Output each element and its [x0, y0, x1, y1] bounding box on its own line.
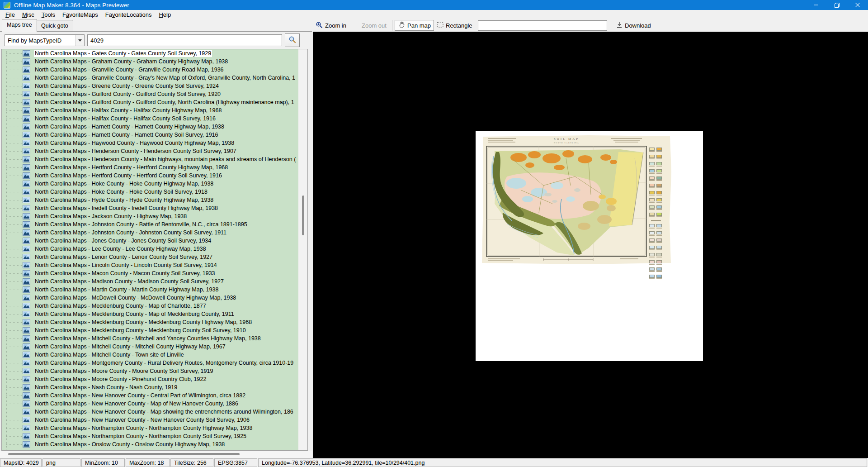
tree-item[interactable]: North Carolina Maps - Madison County - M…	[2, 277, 307, 286]
menu-item-tools[interactable]: Tools	[38, 10, 59, 19]
legend-swatch	[649, 260, 655, 265]
tree-item[interactable]: North Carolina Maps - Mitchell County - …	[2, 343, 307, 351]
toolbar-input[interactable]	[478, 20, 607, 31]
horizontal-scrollbar[interactable]	[0, 451, 312, 458]
tree-item-label: North Carolina Maps - Jackson County - H…	[34, 213, 188, 220]
tree-item-label: North Carolina Maps - Macon County - Mac…	[34, 270, 216, 277]
legend-swatch	[656, 184, 662, 188]
tree-item[interactable]: North Carolina Maps - New Hanover County…	[2, 400, 307, 408]
menu-item-favoritemaps[interactable]: FavoriteMaps	[59, 10, 102, 19]
tree-item[interactable]: North Carolina Maps - Granville County -…	[2, 66, 307, 74]
tree-item-label: North Carolina Maps - Martin County - Ma…	[34, 286, 219, 293]
horizontal-scrollbar-thumb[interactable]	[8, 453, 240, 455]
tree-item[interactable]: North Carolina Maps - Macon County - Mac…	[2, 269, 307, 277]
tree-item[interactable]: North Carolina Maps - Northampton County…	[2, 432, 307, 440]
tree-item[interactable]: North Carolina Maps - Jones County - Jon…	[2, 237, 307, 245]
tree-item[interactable]: North Carolina Maps - New Hanover County…	[2, 408, 307, 416]
tree-item[interactable]: North Carolina Maps - Mitchell County - …	[2, 334, 307, 343]
legend-swatch	[656, 169, 662, 174]
tree-item[interactable]: North Carolina Maps - Harnett County - H…	[2, 123, 307, 131]
search-button[interactable]	[285, 33, 300, 47]
tree-item[interactable]: North Carolina Maps - Montgomery County …	[2, 359, 307, 367]
tab-maps-tree[interactable]: Maps tree	[2, 19, 37, 32]
tree-item[interactable]: North Carolina Maps - Henderson County -…	[2, 147, 307, 155]
tree-item[interactable]: North Carolina Maps - Hoke County - Hoke…	[2, 180, 307, 188]
map-preview-page[interactable]: SOIL MAP NORTH CAROLINA	[476, 131, 703, 361]
legend-swatch	[656, 253, 662, 257]
tree-guide	[6, 412, 22, 412]
legend-row	[649, 191, 663, 195]
tree-item[interactable]: North Carolina Maps - Gates County - Gat…	[2, 49, 307, 57]
tree-item[interactable]: North Carolina Maps - Nash County - Nash…	[2, 383, 307, 391]
status-segment: MinZoom: 10	[81, 458, 125, 467]
app-window: Offline Map Maker 8.364 - Maps Previewer…	[0, 0, 868, 467]
find-by-combobox[interactable]: Find by MapsTypeID	[5, 34, 85, 46]
zoom-in-button[interactable]: Zoom in	[316, 20, 346, 31]
vertical-scrollbar-thumb[interactable]	[302, 195, 304, 235]
tree-item[interactable]: North Carolina Maps - New Hanover County…	[2, 391, 307, 400]
menu-item-file[interactable]: File	[2, 10, 19, 19]
app-icon	[4, 2, 10, 9]
tree-item[interactable]: North Carolina Maps - New Hanover County…	[2, 416, 307, 424]
tree-item-label: North Carolina Maps - Iredell County - I…	[34, 205, 219, 212]
tree-item[interactable]: North Carolina Maps - Hertford County - …	[2, 163, 307, 172]
tree-guide	[6, 216, 22, 217]
minimize-button[interactable]	[806, 0, 826, 10]
rectangle-button[interactable]: Rectangle	[437, 20, 472, 31]
tree-item[interactable]: North Carolina Maps - Martin County - Ma…	[2, 286, 307, 294]
chevron-down-icon[interactable]	[75, 35, 84, 46]
status-segment: EPSG:3857	[214, 458, 257, 467]
tree-item[interactable]: North Carolina Maps - Mecklenburg County…	[2, 326, 307, 334]
tree-item[interactable]: North Carolina Maps - Harnett County - H…	[2, 131, 307, 139]
menu-item-misc[interactable]: Misc	[19, 10, 38, 19]
tree-item[interactable]: North Carolina Maps - Henderson County -…	[2, 155, 307, 163]
tree-item-label: North Carolina Maps - Moore County - Moo…	[34, 367, 214, 375]
tree-guide	[6, 396, 22, 396]
tree-item[interactable]: North Carolina Maps - Mecklenburg County…	[2, 310, 307, 318]
tree-item[interactable]: North Carolina Maps - Halifax County - H…	[2, 114, 307, 123]
tree-item[interactable]: North Carolina Maps - Onslow County - On…	[2, 440, 307, 448]
tree-item-label: North Carolina Maps - Hoke County - Hoke…	[34, 180, 214, 187]
map-viewport[interactable]: SOIL MAP NORTH CAROLINA	[313, 32, 868, 458]
title-bar[interactable]: Offline Map Maker 8.364 - Maps Previewer	[0, 0, 868, 10]
tree-item[interactable]: North Carolina Maps - Graham County - Gr…	[2, 57, 307, 66]
menu-item-favoritelocations[interactable]: FavoriteLocations	[102, 10, 156, 19]
tree-item[interactable]: North Carolina Maps - Iredell County - I…	[2, 204, 307, 212]
tree-item[interactable]: North Carolina Maps - Mecklenburg County…	[2, 302, 307, 310]
tree-item[interactable]: North Carolina Maps - Lee County - Lee C…	[2, 245, 307, 253]
menu-item-help[interactable]: Help	[155, 10, 175, 19]
close-button[interactable]	[847, 0, 868, 10]
tree-item[interactable]: North Carolina Maps - Mitchell County - …	[2, 351, 307, 359]
tree-item[interactable]: North Carolina Maps - Moore County - Moo…	[2, 367, 307, 375]
download-button[interactable]: Download	[616, 20, 651, 31]
tree-item[interactable]: North Carolina Maps - Mecklenburg County…	[2, 318, 307, 326]
tree-item[interactable]: North Carolina Maps - Hertford County - …	[2, 172, 307, 180]
tree-item[interactable]: North Carolina Maps - Hyde County - Hyde…	[2, 196, 307, 204]
tree-item[interactable]: North Carolina Maps - Guilford County - …	[2, 90, 307, 98]
legend-swatch	[649, 275, 655, 279]
tab-quick-goto[interactable]: Quick goto	[36, 20, 73, 32]
search-input[interactable]	[87, 34, 282, 46]
tree-item[interactable]: North Carolina Maps - Hoke County - Hoke…	[2, 188, 307, 196]
legend-swatch	[649, 191, 655, 195]
tree-item[interactable]: North Carolina Maps - Haywood County - H…	[2, 139, 307, 147]
legend-swatch	[649, 148, 655, 152]
tree-item[interactable]: North Carolina Maps - Lincoln County - L…	[2, 261, 307, 269]
tree-item[interactable]: North Carolina Maps - Granville County -…	[2, 74, 307, 82]
tree-item[interactable]: North Carolina Maps - Greene County - Gr…	[2, 82, 307, 90]
tree-item[interactable]: North Carolina Maps - Northampton County…	[2, 424, 307, 432]
zoom-out-button[interactable]: Zoom out	[362, 20, 387, 31]
tree-item[interactable]: North Carolina Maps - Moore County - Pin…	[2, 375, 307, 383]
tree-item[interactable]: North Carolina Maps - Halifax County - H…	[2, 106, 307, 114]
tree-item-label: North Carolina Maps - Harnett County - H…	[34, 123, 225, 130]
pan-map-button[interactable]: Pan map	[395, 20, 434, 31]
restore-button[interactable]	[826, 0, 847, 10]
tree-item-label: North Carolina Maps - Hyde County - Hyde…	[34, 196, 214, 204]
tree-item[interactable]: North Carolina Maps - Johnston County - …	[2, 220, 307, 229]
tree-item[interactable]: North Carolina Maps - Johnston County - …	[2, 229, 307, 237]
tree-item[interactable]: North Carolina Maps - Guilford County - …	[2, 98, 307, 106]
tree-item[interactable]: North Carolina Maps - McDowell County - …	[2, 294, 307, 302]
tree-item[interactable]: North Carolina Maps - Lenoir County - Le…	[2, 253, 307, 261]
vertical-scrollbar[interactable]	[298, 49, 308, 450]
tree-item[interactable]: North Carolina Maps - Jackson County - H…	[2, 212, 307, 220]
